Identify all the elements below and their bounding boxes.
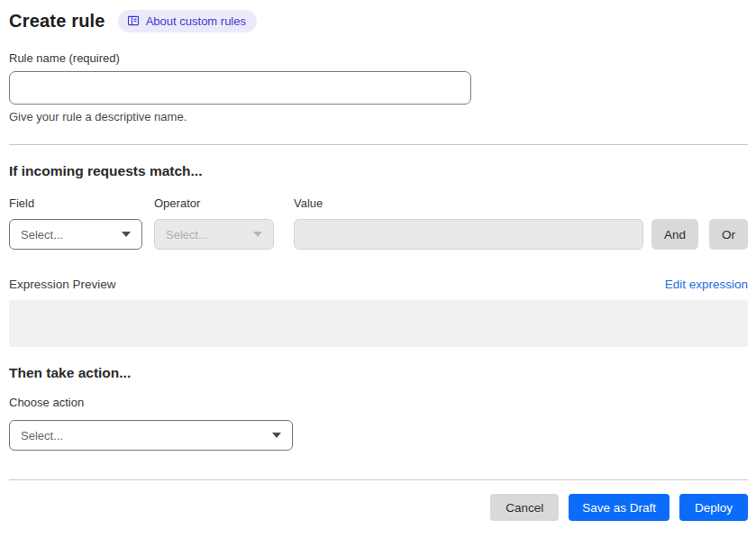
choose-action-label: Choose action [9,396,748,409]
match-section-heading: If incoming requests match... [9,163,748,179]
and-button[interactable]: And [651,219,698,250]
rule-name-input[interactable] [9,71,471,105]
field-column: Field Select... [9,196,142,250]
header: Create rule About custom rules [9,10,748,32]
operator-select: Select... [154,219,274,250]
choose-action-select[interactable]: Select... [9,420,293,451]
cancel-button[interactable]: Cancel [490,494,559,521]
save-as-draft-button[interactable]: Save as Draft [569,494,669,521]
field-label: Field [9,196,142,210]
value-input [294,219,643,250]
chevron-down-icon [122,232,131,237]
rule-name-label: Rule name (required) [9,51,748,65]
chevron-down-icon [253,232,262,237]
create-rule-form: Create rule About custom rules Rule name… [9,10,748,521]
choose-action-value: Select... [21,429,63,442]
value-label: Value [294,196,643,210]
book-icon [127,14,140,27]
deploy-button[interactable]: Deploy [679,494,748,521]
edit-expression-link[interactable]: Edit expression [665,278,748,291]
field-select[interactable]: Select... [9,219,142,250]
expression-preview-label: Expression Preview [9,278,116,291]
expression-preview-box [9,300,748,347]
about-badge-label: About custom rules [146,15,246,27]
page-title: Create rule [9,11,105,32]
about-custom-rules-badge[interactable]: About custom rules [118,10,257,32]
or-button[interactable]: Or [709,219,748,250]
operator-label: Operator [154,196,274,210]
divider [9,479,748,480]
expression-preview-header: Expression Preview Edit expression [9,278,748,291]
divider [9,144,748,145]
action-section-heading: Then take action... [9,365,748,381]
chevron-down-icon [272,433,281,438]
operator-select-value: Select... [166,228,208,242]
field-select-value: Select... [21,228,63,242]
operator-column: Operator Select... [154,196,274,250]
match-expression-row: Field Select... Operator Select... Value… [9,196,748,250]
footer-actions: Cancel Save as Draft Deploy [9,494,748,521]
rule-name-helper: Give your rule a descriptive name. [9,110,748,123]
value-column: Value [294,196,643,250]
